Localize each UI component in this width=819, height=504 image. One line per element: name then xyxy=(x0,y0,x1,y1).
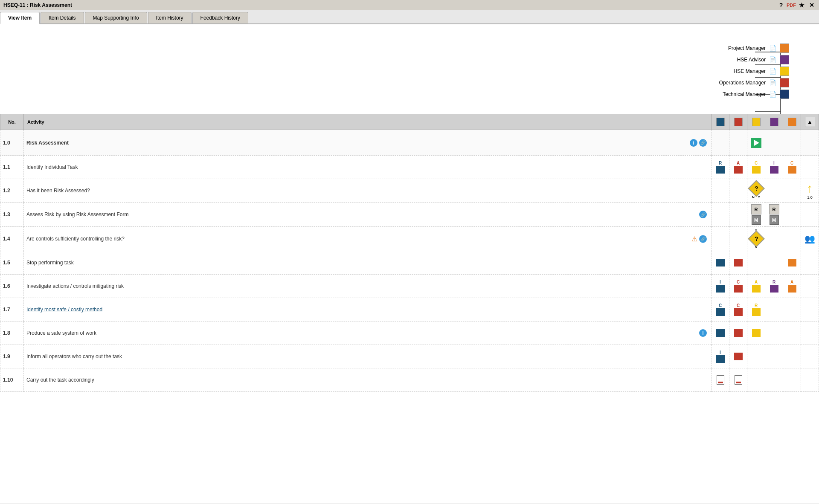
table-row: 1.9 Inform all operators who carry out t… xyxy=(0,345,819,368)
triangle-down xyxy=(788,166,796,174)
m-box-ops: M xyxy=(770,215,779,225)
info-icon-1-8[interactable]: i xyxy=(699,329,707,337)
header-col-scroll-up[interactable]: ▲ xyxy=(801,114,819,130)
row-1-9-no: 1.9 xyxy=(0,345,24,368)
row-1-7-other xyxy=(801,298,819,322)
activity-link-1-7[interactable]: Identify most safe / costly method xyxy=(26,307,102,313)
row-1-0-ops-mgr xyxy=(765,130,783,156)
legend-tech-manager: Technical Manager 📄 xyxy=(719,90,789,99)
raci-i-purple: I xyxy=(768,161,780,174)
raci-a-red: A xyxy=(732,161,744,174)
raci-letter: A xyxy=(737,161,740,165)
row-1-8-icons: i xyxy=(699,329,707,337)
row-1-4-other: 👥 xyxy=(801,227,819,251)
tab-view-item[interactable]: View Item xyxy=(0,12,40,24)
legend-pm-doc-icon: 📄 xyxy=(769,45,776,52)
link-icon-1-0[interactable]: 🔗 xyxy=(699,139,707,147)
tab-item-details[interactable]: Item Details xyxy=(41,12,84,23)
up-arrow-icon: ↑ xyxy=(804,182,816,195)
legend-area: Project Manager 📄 HSE Advisor 📄 HSE Mana… xyxy=(0,24,819,114)
m-box: M xyxy=(752,215,761,225)
raci-c-red-1-7: C xyxy=(732,303,744,316)
doc-group-icon[interactable]: 👥 xyxy=(804,234,816,244)
tab-feedback-history[interactable]: Feedback History xyxy=(192,12,248,23)
raci-r-purple-1-6: R xyxy=(768,280,780,293)
close-icon[interactable]: ✕ xyxy=(808,1,816,9)
raci-letter: A xyxy=(755,280,758,284)
raci-c-red-1-6: C xyxy=(732,280,744,293)
main-content: Project Manager 📄 HSE Advisor 📄 HSE Mana… xyxy=(0,24,819,503)
pdf-icon[interactable]: PDF xyxy=(787,1,795,9)
scroll-up-button[interactable]: ▲ xyxy=(805,117,815,127)
triangle-blue-1-5 xyxy=(716,259,725,266)
raci-letter: R xyxy=(755,303,758,308)
row-1-8-no: 1.8 xyxy=(0,322,24,345)
doc-icon-2 xyxy=(735,375,742,385)
row-1-4-activity: Are controls sufficiently controlling th… xyxy=(24,227,712,251)
row-1-8-tech-mgr xyxy=(783,322,801,345)
table-row: 1.4 Are controls sufficiently controllin… xyxy=(0,227,819,251)
tab-map-supporting-info[interactable]: Map Supporting Info xyxy=(85,12,147,23)
play-icon xyxy=(754,140,759,146)
doc-red-bar-2 xyxy=(736,382,741,383)
triangle-orange-1-5 xyxy=(788,259,796,266)
link-icon-1-4[interactable]: 🔗 xyxy=(699,235,707,243)
raci-i-blue-1-9: I xyxy=(714,350,726,363)
triangle-red-1-9 xyxy=(734,353,743,360)
row-1-3-icons: 🔗 xyxy=(699,211,707,218)
row-1-6-hse-mgr: A xyxy=(747,275,765,298)
row-1-6-pm: I xyxy=(712,275,729,298)
doc-red-pm xyxy=(714,375,726,385)
legend-ops-mgr-doc-icon: 📄 xyxy=(769,79,776,86)
row-1-3-tech-mgr xyxy=(783,203,801,227)
table-row: 1.1 Identify Individual Task R A xyxy=(0,156,819,179)
n-label: N xyxy=(752,195,755,199)
row-1-1-hse-mgr: C xyxy=(747,156,765,179)
people-doc-icon: 👥 xyxy=(804,234,815,244)
row-1-5-tech-mgr xyxy=(783,251,801,275)
legend-tech-mgr-doc-icon: 📄 xyxy=(769,91,776,98)
play-button-1-0[interactable] xyxy=(751,138,761,148)
row-1-7-hse-adv: C xyxy=(729,298,747,322)
triangle-down xyxy=(734,166,743,174)
header-no: No. xyxy=(0,114,24,130)
help-icon[interactable]: ? xyxy=(777,1,785,9)
row-1-5-no: 1.5 xyxy=(0,251,24,275)
link-icon-1-3[interactable]: 🔗 xyxy=(699,211,707,218)
legend-hse-mgr-color xyxy=(780,67,789,76)
raci-letter: I xyxy=(720,350,721,355)
table-row: 1.0 Risk Assessment i 🔗 xyxy=(0,130,819,156)
row-1-7-no: 1.7 xyxy=(0,298,24,322)
raci-c-yellow: C xyxy=(750,161,762,174)
raci-letter: C xyxy=(755,161,758,165)
triangle-down xyxy=(752,285,761,293)
row-1-6-activity: Investigate actions / controls mitigatin… xyxy=(24,275,712,298)
app-title: HSEQ-11 : Risk Assessment xyxy=(3,2,72,8)
raci-letter: I xyxy=(773,161,775,165)
row-1-0-hse-mgr[interactable] xyxy=(747,130,765,156)
row-1-0-tech-mgr xyxy=(783,130,801,156)
raci-letter: I xyxy=(720,280,721,284)
tab-item-history[interactable]: Item History xyxy=(148,12,192,23)
raci-letter: C xyxy=(790,161,793,165)
r-box-ops: R xyxy=(769,204,779,214)
row-1-1-activity: Identify Individual Task xyxy=(24,156,712,179)
row-1-7-hse-mgr: R xyxy=(747,298,765,322)
info-icon-1-0[interactable]: i xyxy=(690,139,697,147)
row-1-10-activity: Carry out the task accordingly xyxy=(24,368,712,392)
legend-tech-mgr-color xyxy=(780,90,789,99)
triangle-down xyxy=(752,166,761,174)
raci-table: No. Activity ▲ xyxy=(0,114,819,392)
row-1-4-hse-adv xyxy=(729,227,747,251)
legend-hse-advisor: HSE Advisor 📄 xyxy=(719,55,789,64)
row-1-6-ops-mgr: R xyxy=(765,275,783,298)
raci-letter: A xyxy=(790,280,793,284)
row-1-6-no: 1.6 xyxy=(0,275,24,298)
legend-hse-adv-label: HSE Advisor xyxy=(737,57,766,63)
table-row: 1.6 Investigate actions / controls mitig… xyxy=(0,275,819,298)
table-row: 1.7 Identify most safe / costly method C… xyxy=(0,298,819,322)
row-1-8-activity: Produce a safe system of work i xyxy=(24,322,712,345)
header-activity: Activity xyxy=(24,114,712,130)
warning-icon-1-4[interactable]: ⚠ xyxy=(691,235,697,243)
star-icon[interactable]: ★ xyxy=(798,1,805,9)
